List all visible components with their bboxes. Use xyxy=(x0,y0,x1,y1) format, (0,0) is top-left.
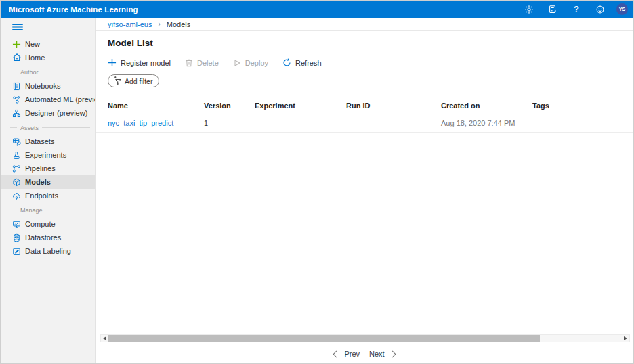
sidebar-item-automated-ml[interactable]: Automated ML (preview) xyxy=(1,93,95,106)
sidebar-item-notebooks[interactable]: Notebooks xyxy=(1,79,95,93)
sidebar-item-label: Compute xyxy=(25,220,56,228)
deploy-button[interactable]: Deploy xyxy=(233,59,268,67)
sidebar-item-datasets[interactable]: Datasets xyxy=(1,135,95,148)
sidebar-item-label: Home xyxy=(25,53,45,62)
next-page-button[interactable]: Next xyxy=(369,350,395,358)
app-window: Microsoft Azure Machine Learning ? xyxy=(0,0,634,364)
chevron-left-icon xyxy=(333,350,340,357)
sidebar-item-endpoints[interactable]: Endpoints xyxy=(1,189,95,202)
sidebar-item-label: Pipelines xyxy=(25,164,56,173)
experiments-icon xyxy=(12,150,22,160)
datastores-icon xyxy=(12,233,22,243)
column-header-version: Version xyxy=(204,101,255,110)
scroll-left-arrow[interactable] xyxy=(101,335,108,342)
notebook-icon xyxy=(12,81,22,91)
breadcrumb-workspace-link[interactable]: yifso-aml-eus xyxy=(108,20,152,28)
sidebar-item-datastores[interactable]: Datastores xyxy=(1,231,95,244)
datasets-icon xyxy=(12,137,22,147)
sidebar-item-label: Datastores xyxy=(25,233,61,242)
data-labeling-icon xyxy=(12,246,22,256)
add-filter-button[interactable]: Add filter xyxy=(108,74,159,87)
sidebar-item-data-labeling[interactable]: Data Labeling xyxy=(1,244,95,258)
sidebar-item-label: New xyxy=(25,40,40,48)
column-header-run-id: Run ID xyxy=(346,101,441,110)
column-header-created-on: Created on xyxy=(441,101,532,110)
sidebar-item-label: Data Labeling xyxy=(25,247,71,255)
chevron-right-icon: › xyxy=(158,20,160,28)
toolbar: Register model Delete Deploy Refresh xyxy=(108,58,633,67)
models-cube-icon xyxy=(12,177,22,187)
sidebar-item-models[interactable]: Models xyxy=(1,175,95,189)
sidebar-item-designer[interactable]: Designer (preview) xyxy=(1,106,95,120)
home-icon xyxy=(12,53,22,63)
model-experiment: -- xyxy=(255,119,346,127)
sidebar-item-label: Models xyxy=(25,178,51,186)
breadcrumb: yifso-aml-eus › Models xyxy=(96,18,633,31)
models-table: Name Version Experiment Run ID Created o… xyxy=(96,97,633,133)
refresh-button[interactable]: Refresh xyxy=(282,58,322,67)
endpoints-cloud-icon xyxy=(12,191,22,201)
model-name-link[interactable]: nyc_taxi_tip_predict xyxy=(108,119,204,127)
model-created-on: Aug 18, 2020 7:44 PM xyxy=(441,119,532,127)
sidebar-item-experiments[interactable]: Experiments xyxy=(1,148,95,162)
plus-icon xyxy=(108,58,117,67)
delete-button[interactable]: Delete xyxy=(185,58,219,67)
add-filter-funnel-icon xyxy=(113,76,122,85)
sidebar-item-compute[interactable]: Compute xyxy=(1,217,95,231)
breadcrumb-current: Models xyxy=(167,20,190,28)
page-title: Model List xyxy=(108,38,633,48)
help-icon[interactable]: ? xyxy=(569,2,584,17)
automated-ml-icon xyxy=(12,95,22,105)
scroll-right-arrow[interactable] xyxy=(622,335,629,342)
sidebar-item-label: Automated ML (preview) xyxy=(25,95,96,104)
compute-icon xyxy=(12,219,22,229)
sidebar-item-label: Experiments xyxy=(25,151,66,159)
scrollbar-track[interactable] xyxy=(108,335,622,342)
sidebar-item-label: Designer (preview) xyxy=(25,109,87,117)
sidebar: New Home Author Notebooks xyxy=(1,18,96,363)
app-title: Microsoft Azure Machine Learning xyxy=(9,5,138,14)
deploy-play-icon xyxy=(233,59,241,67)
sidebar-item-label: Notebooks xyxy=(25,82,61,90)
column-header-tags: Tags xyxy=(532,101,621,110)
chevron-right-icon xyxy=(389,350,396,357)
sidebar-item-pipelines[interactable]: Pipelines xyxy=(1,162,95,175)
sidebar-item-label: Datasets xyxy=(25,137,54,145)
refresh-icon xyxy=(282,58,291,67)
prev-page-button[interactable]: Prev xyxy=(334,350,360,358)
sidebar-section-manage: Manage xyxy=(1,204,95,217)
feedback-form-icon[interactable] xyxy=(545,2,560,17)
sidebar-item-home[interactable]: Home xyxy=(1,51,95,64)
horizontal-scrollbar[interactable] xyxy=(100,334,630,342)
plus-icon xyxy=(12,39,22,49)
scrollbar-thumb[interactable] xyxy=(108,335,540,342)
trash-icon xyxy=(185,58,193,67)
sidebar-section-author: Author xyxy=(1,66,95,78)
pagination: Prev Next xyxy=(96,344,633,363)
gear-icon[interactable] xyxy=(522,2,536,17)
table-row[interactable]: nyc_taxi_tip_predict 1 -- Aug 18, 2020 7… xyxy=(96,114,633,133)
column-header-name: Name xyxy=(108,101,204,110)
sidebar-item-label: Endpoints xyxy=(25,191,58,200)
designer-icon xyxy=(12,108,22,118)
avatar[interactable]: YS xyxy=(616,3,628,15)
sidebar-item-new[interactable]: New xyxy=(1,37,95,51)
register-model-button[interactable]: Register model xyxy=(108,58,171,67)
column-header-experiment: Experiment xyxy=(255,101,346,110)
smiley-icon[interactable] xyxy=(593,2,608,17)
filter-row: Add filter xyxy=(108,74,633,88)
pipelines-icon xyxy=(12,164,22,174)
table-header-row: Name Version Experiment Run ID Created o… xyxy=(96,97,633,114)
topbar: Microsoft Azure Machine Learning ? xyxy=(1,1,633,18)
sidebar-section-assets: Assets xyxy=(1,121,95,134)
hamburger-icon[interactable] xyxy=(12,24,23,30)
main-content: yifso-aml-eus › Models Model List Regist… xyxy=(96,18,633,363)
topbar-actions: ? YS xyxy=(522,2,628,17)
model-version: 1 xyxy=(204,119,255,127)
